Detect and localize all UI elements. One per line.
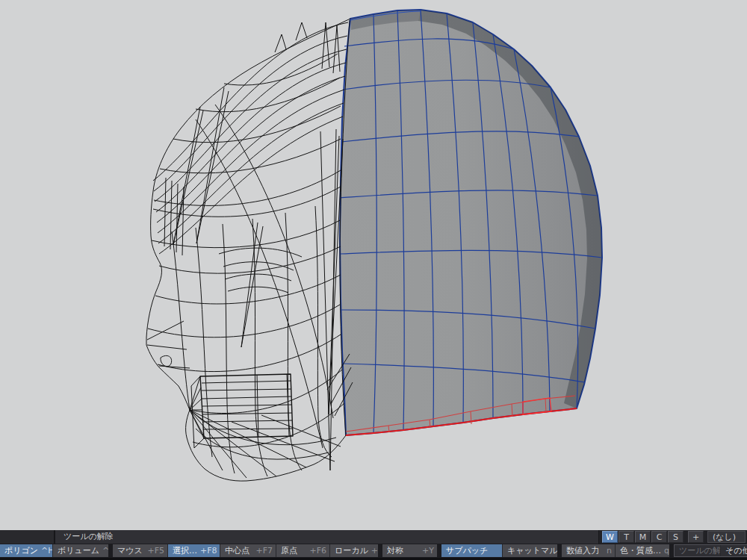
view-toggle-s[interactable]: S (668, 531, 684, 543)
tool-row: ポリゴン ^H ボリューム ^J マウス +F5 選択… +F8 中 (0, 544, 747, 558)
view-toggle-m[interactable]: M (635, 531, 651, 543)
tool-button-local[interactable]: ローカル +F10 (330, 544, 378, 557)
tool-button-symmetry[interactable]: 対称 +Y (382, 544, 437, 557)
view-toggle-t[interactable]: T (619, 531, 634, 543)
view-preset-selector[interactable]: (なし) (707, 531, 746, 543)
group-subdivision: サブパッチ キャットマル (441, 544, 557, 557)
tool-button-mouse[interactable]: マウス +F5 (113, 544, 168, 557)
group-symmetry: 対称 +Y (382, 544, 437, 557)
tool-button-polygon[interactable]: ポリゴン ^H (0, 544, 53, 557)
tool-button-others[interactable]: その他 (721, 545, 747, 556)
viewport-3d[interactable] (0, 0, 747, 530)
group-edit-mode: ポリゴン ^H ボリューム ^J (0, 544, 108, 557)
tool-button-color-material[interactable]: 色・質感… q (616, 544, 669, 557)
tool-button-center-point[interactable]: 中心点 +F7 (220, 544, 276, 557)
current-tool-label: ツールの解除 (63, 532, 114, 541)
tool-button-volume[interactable]: ボリューム ^J (53, 544, 108, 557)
selected-surface (340, 10, 602, 435)
bottom-panel: ツールの解除 W T M C S + (なし) ポリゴン ^H ボリューム (0, 530, 747, 560)
view-toggle-cluster: W T M C S + (なし) (599, 530, 747, 544)
tool-button-subpatch[interactable]: サブパッチ (441, 544, 503, 557)
group-input: 数値入力 n 色・質感… q (562, 544, 669, 557)
tool-button-tool-release[interactable]: ツールの解除 (675, 545, 721, 556)
head-model-wireframe (0, 0, 747, 530)
add-view-button[interactable]: + (688, 531, 704, 543)
tool-button-select[interactable]: 選択… +F8 (168, 544, 220, 557)
view-toggle-c[interactable]: C (651, 531, 667, 543)
wireframe-mesh (146, 19, 353, 481)
status-bar: ツールの解除 (55, 530, 599, 544)
group-misc: ツールの解除 その他 (674, 544, 747, 557)
view-toggle-w[interactable]: W (602, 531, 618, 543)
status-row: ツールの解除 W T M C S + (なし) (0, 530, 747, 544)
tool-button-catmull[interactable]: キャットマル (503, 544, 557, 557)
tool-button-numeric-input[interactable]: 数値入力 n (562, 544, 616, 557)
app-window: ツールの解除 W T M C S + (なし) ポリゴン ^H ボリューム (0, 0, 747, 560)
group-coordinate: マウス +F5 選択… +F8 中心点 +F7 原点 +F6 ローカル +F (113, 544, 378, 557)
status-left-box (0, 530, 55, 544)
tool-button-origin[interactable]: 原点 +F6 (276, 544, 330, 557)
